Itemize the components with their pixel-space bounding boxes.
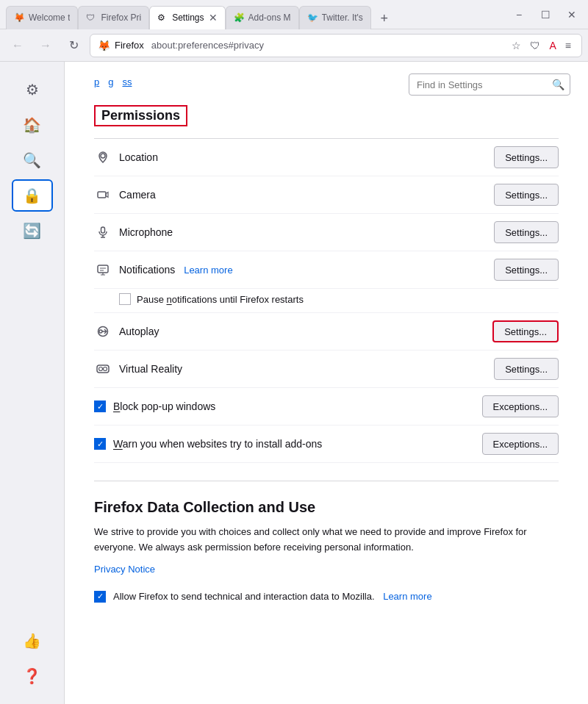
block-popup-exceptions-button[interactable]: Exceptions... <box>482 395 559 417</box>
tab-strip: 🦊 Welcome t 🛡 Firefox Pri ⚙ Settings ✕ 🧩… <box>6 0 503 29</box>
vr-label: Virtual Reality <box>119 363 494 375</box>
top-link-g[interactable]: g <box>108 76 113 87</box>
notifications-settings-button[interactable]: Settings... <box>494 259 559 281</box>
microphone-settings-button[interactable]: Settings... <box>494 221 559 243</box>
perm-item-camera: Camera Settings... <box>94 176 559 214</box>
top-link-ss[interactable]: ss <box>122 76 132 87</box>
tab-favicon-settings: ⚙ <box>157 12 168 23</box>
url-address: about:preferences#privacy <box>151 40 264 51</box>
tab-favicon-twitter: 🐦 <box>307 12 318 23</box>
svg-rect-5 <box>98 265 108 273</box>
allow-data-label: Allow Firefox to send technical and inte… <box>113 591 559 602</box>
pause-notifications-label: Pause notifications until Firefox restar… <box>137 294 304 305</box>
block-popup-checkbox[interactable]: ✓ <box>94 401 106 412</box>
menu-icon[interactable]: ≡ <box>562 38 574 53</box>
tab-favicon-welcome: 🦊 <box>14 12 24 23</box>
content-inner: p g ss Permissions L <box>65 62 588 639</box>
tab-favicon-addons: 🧩 <box>234 12 244 23</box>
warn-addons-checkbox[interactable]: ✓ <box>94 438 106 450</box>
vr-settings-button[interactable]: Settings... <box>494 358 559 380</box>
new-tab-button[interactable]: + <box>374 9 395 29</box>
warn-addons-row: ✓ Warn you when websites try to install … <box>94 425 559 463</box>
find-input-wrap: 🔍 <box>409 73 570 96</box>
sidebar-bottom: 👍 ❓ <box>12 625 53 704</box>
help-hand-icon: 👍 <box>23 632 41 650</box>
allow-data-learn-more-link[interactable]: Learn more <box>383 591 431 602</box>
tab-label-privacy: Firefox Pri <box>101 12 141 23</box>
tab-close-settings[interactable]: ✕ <box>209 12 218 24</box>
find-settings-input[interactable] <box>409 73 570 96</box>
title-bar: 🦊 Welcome t 🛡 Firefox Pri ⚙ Settings ✕ 🧩… <box>0 0 588 29</box>
sidebar-item-home[interactable]: 🏠 <box>12 109 53 141</box>
bookmark-icon[interactable]: ☆ <box>509 38 524 53</box>
autoplay-label: Autoplay <box>119 326 492 337</box>
tab-privacy[interactable]: 🛡 Firefox Pri <box>78 6 149 29</box>
perm-item-autoplay: Autoplay Settings... <box>94 313 559 351</box>
sidebar-item-settings[interactable]: ⚙ <box>12 73 53 106</box>
sidebar-item-help[interactable]: 👍 <box>12 625 53 657</box>
autoplay-settings-button[interactable]: Settings... <box>492 320 559 342</box>
warn-addons-label: Warn you when websites try to install ad… <box>113 438 475 450</box>
perm-item-microphone: Microphone Settings... <box>94 214 559 251</box>
tab-welcome[interactable]: 🦊 Welcome t <box>6 6 78 29</box>
microphone-label: Microphone <box>119 226 494 238</box>
warn-addons-exceptions-button[interactable]: Exceptions... <box>482 433 559 455</box>
svg-point-7 <box>99 330 102 333</box>
find-settings-container: 🔍 <box>409 73 570 96</box>
data-collection-body: We strive to provide you with choices an… <box>94 525 559 556</box>
pause-notifications-checkbox[interactable] <box>119 293 131 305</box>
firefox-icon: 🦊 <box>98 40 110 51</box>
allow-data-checkbox[interactable]: ✓ <box>94 591 106 603</box>
sidebar-item-question[interactable]: ❓ <box>12 660 53 692</box>
shield-icon[interactable]: 🛡 <box>527 38 543 53</box>
tab-label-welcome: Welcome t <box>29 12 70 23</box>
content-area: 🔍 p g ss Permissions <box>65 62 588 704</box>
back-button[interactable]: ← <box>6 34 29 57</box>
tab-favicon-privacy: 🛡 <box>86 12 96 23</box>
pdf-icon[interactable]: A <box>546 38 559 53</box>
autoplay-icon <box>94 323 112 340</box>
top-link-p[interactable]: p <box>94 76 99 87</box>
privacy-notice-link[interactable]: Privacy Notice <box>94 564 155 575</box>
tab-settings[interactable]: ⚙ Settings ✕ <box>149 6 225 29</box>
camera-label: Camera <box>119 189 494 201</box>
location-settings-button[interactable]: Settings... <box>494 146 559 168</box>
perm-item-location: Location Settings... <box>94 139 559 176</box>
tab-twitter[interactable]: 🐦 Twitter. It's <box>299 6 371 29</box>
gear-icon: ⚙ <box>26 81 39 98</box>
reload-button[interactable]: ↻ <box>62 34 85 57</box>
minimize-button[interactable]: − <box>509 4 529 25</box>
forward-button[interactable]: → <box>34 34 57 57</box>
notifications-learn-more-link[interactable]: Learn more <box>184 265 232 276</box>
data-collection-section: Firefox Data Collection and Use We striv… <box>94 499 559 610</box>
sidebar-item-privacy[interactable]: 🔒 <box>12 179 53 212</box>
maximize-button[interactable]: ☐ <box>535 4 556 25</box>
notifications-icon <box>94 261 112 279</box>
sidebar-item-sync[interactable]: 🔄 <box>12 215 53 247</box>
location-icon <box>94 148 112 166</box>
camera-settings-button[interactable]: Settings... <box>494 184 559 206</box>
vr-icon <box>94 360 112 378</box>
lock-icon: 🔒 <box>23 187 41 204</box>
camera-icon <box>94 186 112 204</box>
sync-icon: 🔄 <box>23 222 41 240</box>
perm-item-notifications: Notifications Learn more Settings... <box>94 251 559 289</box>
data-collection-title: Firefox Data Collection and Use <box>94 499 559 516</box>
svg-rect-2 <box>101 227 105 233</box>
permissions-list: Location Settings... Camera Settings... <box>94 138 559 289</box>
search-icon: 🔍 <box>23 151 41 169</box>
question-icon: ❓ <box>23 667 41 685</box>
location-label: Location <box>119 151 494 163</box>
pause-notifications-row: Pause notifications until Firefox restar… <box>94 289 559 313</box>
url-prefix: Firefox <box>115 40 144 51</box>
sidebar: ⚙ 🏠 🔍 🔒 🔄 👍 ❓ <box>0 62 65 704</box>
sidebar-item-search[interactable]: 🔍 <box>12 144 53 176</box>
block-popup-row: ✓ Block pop-up windows Exceptions... <box>94 388 559 425</box>
tab-addons[interactable]: 🧩 Add-ons M <box>226 6 299 29</box>
home-icon: 🏠 <box>23 116 41 134</box>
url-bar[interactable]: 🦊 Firefox about:preferences#privacy ☆ 🛡 … <box>90 34 582 57</box>
section-divider <box>94 481 559 481</box>
close-button[interactable]: ✕ <box>562 4 582 25</box>
window-controls: − ☐ ✕ <box>509 4 582 25</box>
permissions-title: Permissions <box>94 105 187 126</box>
